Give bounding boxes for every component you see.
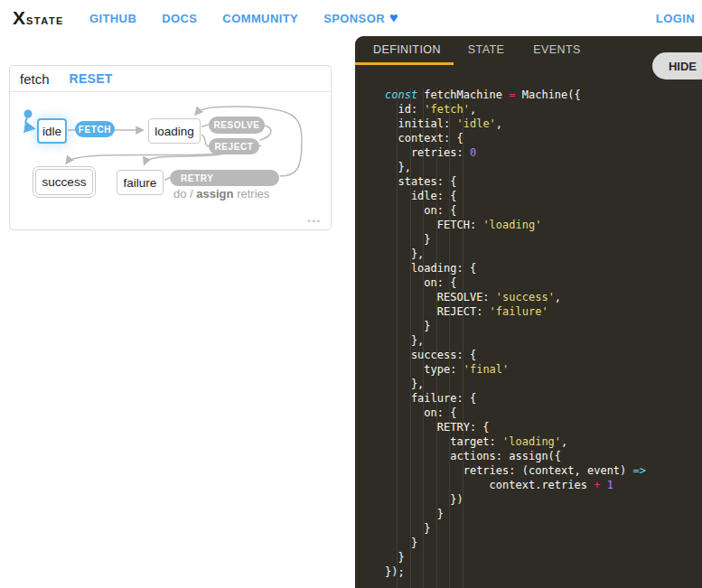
tab-events[interactable]: EVENTS xyxy=(519,36,594,65)
login-link[interactable]: LOGIN xyxy=(656,12,695,25)
action-do-prefix: do / xyxy=(173,187,193,201)
loading-reject-connector xyxy=(201,135,209,146)
initial-transition-arrow xyxy=(25,117,33,128)
nav-link-github[interactable]: GITHUB xyxy=(89,12,136,25)
event-button-resolve[interactable]: RESOLVE xyxy=(209,117,265,134)
machine-title: fetch xyxy=(20,71,50,87)
action-name: assign xyxy=(196,187,233,201)
transition-arrows xyxy=(10,92,331,229)
retry-action-label: do / assign retries xyxy=(173,187,269,201)
code-editor[interactable]: const fetchMachine = Machine({ id: 'fetc… xyxy=(355,65,702,588)
code-content: const fetchMachine = Machine({ id: 'fetc… xyxy=(355,65,702,579)
event-button-reject[interactable]: REJECT xyxy=(209,138,259,154)
tab-definition[interactable]: DEFINITION xyxy=(355,36,454,65)
state-node-loading[interactable]: loading xyxy=(148,118,201,144)
action-arg: retries xyxy=(237,187,269,201)
event-button-retry[interactable]: RETRY xyxy=(170,170,279,186)
heart-icon: ♥ xyxy=(389,11,398,25)
state-node-success[interactable]: success xyxy=(35,169,93,195)
logo-x-glyph: X xyxy=(13,7,25,29)
tab-state[interactable]: STATE xyxy=(454,36,519,65)
sponsor-label: SPONSOR xyxy=(323,12,385,25)
machine-header: fetch RESET xyxy=(10,66,331,92)
logo-state-text: STATE xyxy=(26,15,64,26)
top-nav: X STATE GITHUB DOCS COMMUNITY SPONSOR ♥ … xyxy=(0,0,702,36)
panel-resize-handle[interactable]: ••• xyxy=(308,217,322,226)
initial-state-dot xyxy=(24,110,33,118)
state-node-failure[interactable]: failure xyxy=(117,170,164,195)
loading-resolve-connector xyxy=(201,125,209,126)
machine-panel: fetch RESET idle FETCH l xyxy=(9,65,332,230)
state-diagram: idle FETCH loading RESOLVE REJECT succes… xyxy=(10,92,331,229)
xstate-logo[interactable]: X STATE xyxy=(13,7,64,29)
code-panel: DEFINITION STATE EVENTS HIDE const fetch… xyxy=(355,36,702,588)
state-node-idle[interactable]: idle xyxy=(37,118,67,144)
tab-bar: DEFINITION STATE EVENTS xyxy=(355,36,702,65)
nav-link-docs[interactable]: DOCS xyxy=(162,12,197,25)
reset-button[interactable]: RESET xyxy=(70,71,113,86)
nav-link-sponsor[interactable]: SPONSOR ♥ xyxy=(323,11,398,25)
nav-link-community[interactable]: COMMUNITY xyxy=(222,12,298,25)
event-button-fetch[interactable]: FETCH xyxy=(75,121,115,137)
